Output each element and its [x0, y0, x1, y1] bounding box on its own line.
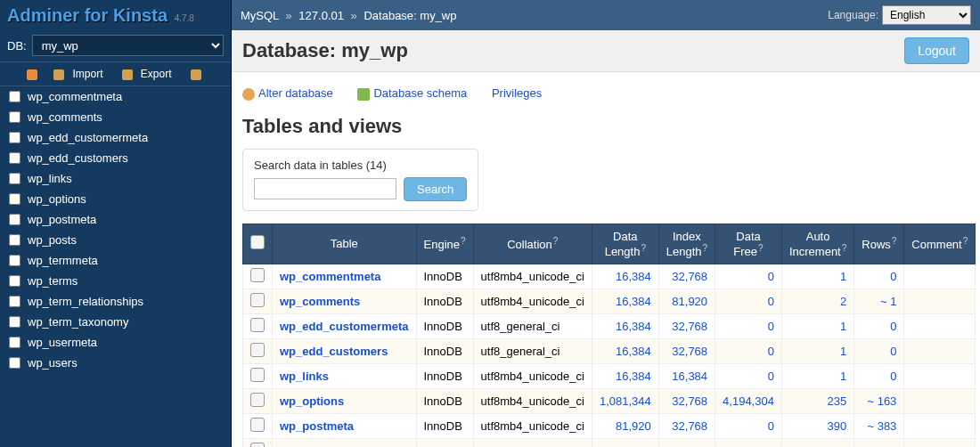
- help-icon[interactable]: ?: [758, 243, 764, 253]
- sidebar-table-link[interactable]: wp_links: [28, 172, 72, 185]
- cell-data-length[interactable]: 81,920: [592, 413, 658, 438]
- sidebar-table-link[interactable]: wp_edd_customers: [28, 151, 128, 165]
- table-name-link[interactable]: wp_edd_customers: [280, 345, 388, 358]
- help-icon[interactable]: ?: [461, 236, 466, 246]
- col-index-length[interactable]: Index Length?: [658, 224, 715, 264]
- sidebar-table-link[interactable]: wp_options: [28, 192, 86, 206]
- cell-index-length[interactable]: 32,768: [658, 264, 715, 289]
- sidebar-table-link[interactable]: wp_usermeta: [28, 336, 97, 349]
- sidebar-table-link[interactable]: wp_comments: [28, 110, 102, 124]
- cell-auto-increment[interactable]: 235: [781, 388, 853, 413]
- sidebar-table-checkbox[interactable]: [9, 173, 20, 184]
- table-name-link[interactable]: wp_options: [280, 394, 344, 408]
- cell-data-free[interactable]: 0: [715, 413, 782, 438]
- cell-index-length[interactable]: 16,384: [658, 363, 715, 388]
- cell-rows[interactable]: ~ 383: [854, 413, 904, 438]
- sql-link[interactable]: [27, 68, 40, 80]
- sidebar-table-checkbox[interactable]: [9, 357, 20, 369]
- cell-auto-increment[interactable]: 2: [781, 289, 853, 313]
- table-name-link[interactable]: wp_links: [280, 370, 329, 383]
- sidebar-table-checkbox[interactable]: [9, 152, 20, 164]
- cell-index-length[interactable]: 65,536: [658, 438, 715, 447]
- cell-index-length[interactable]: 81,920: [658, 289, 715, 313]
- table-name-link[interactable]: wp_comments: [280, 295, 360, 308]
- table-name-link[interactable]: wp_edd_customermeta: [280, 320, 409, 333]
- cell-data-length[interactable]: 81,920: [592, 438, 658, 447]
- help-icon[interactable]: ?: [892, 236, 897, 246]
- breadcrumb-mysql[interactable]: MySQL: [241, 9, 279, 22]
- database-schema-link[interactable]: Database schema: [357, 86, 467, 100]
- col-collation[interactable]: Collation?: [473, 224, 592, 264]
- row-checkbox[interactable]: [250, 393, 265, 407]
- sidebar-table-link[interactable]: wp_posts: [28, 233, 77, 247]
- cell-auto-increment[interactable]: 1: [781, 313, 853, 338]
- cell-data-free[interactable]: 0: [715, 438, 782, 447]
- col-data-free[interactable]: Data Free?: [715, 224, 782, 264]
- help-icon[interactable]: ?: [641, 243, 646, 253]
- row-checkbox[interactable]: [250, 318, 265, 332]
- breadcrumb-host[interactable]: 127.0.01: [298, 9, 344, 22]
- sidebar-table-link[interactable]: wp_term_relationships: [28, 295, 143, 308]
- sidebar-table-link[interactable]: wp_termmeta: [28, 254, 98, 267]
- language-select[interactable]: English: [882, 5, 971, 25]
- sidebar-table-checkbox[interactable]: [9, 255, 20, 266]
- cell-data-free[interactable]: 0: [715, 363, 782, 388]
- cell-data-length[interactable]: 16,384: [592, 338, 658, 363]
- row-checkbox[interactable]: [250, 293, 265, 307]
- logo-title[interactable]: Adminer for Kinsta: [7, 5, 167, 25]
- cell-data-length[interactable]: 16,384: [592, 313, 658, 338]
- sidebar-table-checkbox[interactable]: [9, 337, 20, 348]
- row-checkbox[interactable]: [250, 368, 265, 382]
- sidebar-table-link[interactable]: wp_users: [28, 356, 78, 370]
- cell-index-length[interactable]: 32,768: [658, 313, 715, 338]
- help-icon[interactable]: ?: [703, 243, 708, 253]
- sidebar-table-checkbox[interactable]: [9, 132, 20, 143]
- row-checkbox[interactable]: [250, 268, 265, 282]
- help-icon[interactable]: ?: [553, 236, 559, 246]
- col-auto-increment[interactable]: Auto Increment?: [781, 224, 853, 264]
- sidebar-table-checkbox[interactable]: [9, 91, 20, 102]
- col-data-length[interactable]: Data Length?: [592, 224, 658, 264]
- row-checkbox[interactable]: [250, 418, 265, 432]
- sidebar-table-checkbox[interactable]: [9, 214, 20, 225]
- col-comment[interactable]: Comment?: [904, 224, 976, 264]
- cell-auto-increment[interactable]: 415: [781, 438, 853, 447]
- cell-data-length[interactable]: 16,384: [592, 363, 658, 388]
- logout-button[interactable]: Logout: [904, 37, 969, 64]
- privileges-link[interactable]: Privileges: [492, 86, 542, 100]
- cell-rows[interactable]: 0: [854, 264, 904, 289]
- cell-data-length[interactable]: 1,081,344: [592, 388, 658, 413]
- alter-database-link[interactable]: Alter database: [242, 86, 333, 100]
- cell-rows[interactable]: 0: [854, 363, 904, 388]
- cell-data-free[interactable]: 0: [715, 313, 782, 338]
- search-button[interactable]: Search: [404, 177, 467, 201]
- sidebar-table-link[interactable]: wp_terms: [28, 274, 78, 288]
- sidebar-table-link[interactable]: wp_commentmeta: [28, 90, 122, 103]
- row-checkbox[interactable]: [250, 443, 265, 447]
- cell-data-free[interactable]: 0: [715, 338, 782, 363]
- cell-index-length[interactable]: 32,768: [658, 338, 715, 363]
- cell-data-free[interactable]: 4,194,304: [715, 388, 782, 413]
- import-link[interactable]: Import: [53, 68, 108, 80]
- export-link[interactable]: Export: [122, 68, 177, 80]
- sidebar-table-checkbox[interactable]: [9, 316, 20, 328]
- cell-data-free[interactable]: 0: [715, 264, 782, 289]
- sidebar-table-link[interactable]: wp_postmeta: [28, 213, 96, 226]
- cell-index-length[interactable]: 32,768: [658, 388, 715, 413]
- row-checkbox[interactable]: [250, 343, 265, 357]
- col-engine[interactable]: Engine?: [416, 224, 473, 264]
- cell-auto-increment[interactable]: 1: [781, 338, 853, 363]
- col-table[interactable]: Table: [273, 224, 417, 264]
- search-input[interactable]: [254, 178, 396, 199]
- table-name-link[interactable]: wp_postmeta: [280, 419, 354, 433]
- cell-rows[interactable]: ~ 88: [854, 438, 904, 447]
- cell-auto-increment[interactable]: 390: [781, 413, 853, 438]
- create-link[interactable]: [191, 68, 204, 80]
- cell-data-length[interactable]: 16,384: [592, 264, 658, 289]
- sidebar-table-link[interactable]: wp_edd_customermeta: [28, 131, 148, 144]
- help-icon[interactable]: ?: [842, 243, 847, 253]
- cell-rows[interactable]: 0: [854, 338, 904, 363]
- help-icon[interactable]: ?: [963, 236, 968, 246]
- sidebar-table-checkbox[interactable]: [9, 296, 20, 307]
- db-select[interactable]: my_wp: [32, 35, 224, 56]
